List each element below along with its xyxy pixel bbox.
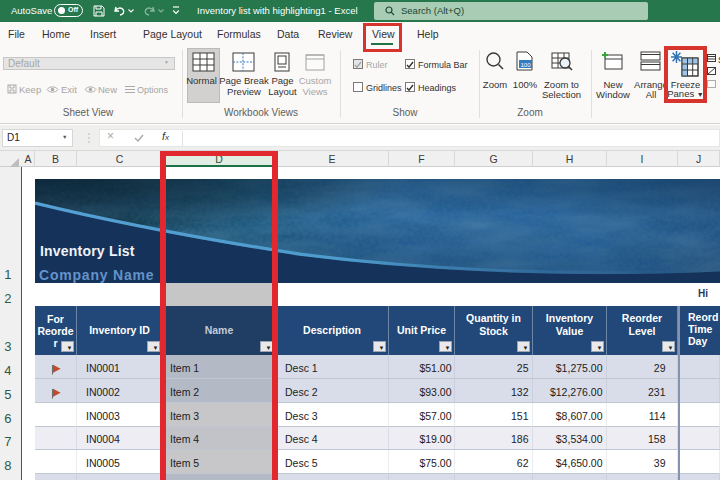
svg-text:Company Name: Company Name — [39, 267, 154, 283]
svg-text:Inventory List: Inventory List — [40, 243, 135, 259]
svg-text:100: 100 — [520, 62, 531, 68]
